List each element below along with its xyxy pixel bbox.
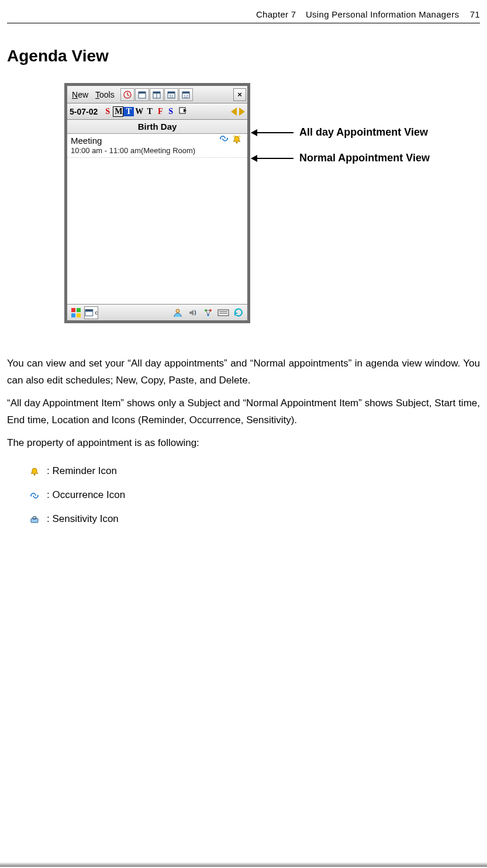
weekday-sat[interactable]: S [165, 107, 176, 116]
paragraph-2: “All day Appointment Item” shows only a … [7, 395, 480, 429]
weekday-fri[interactable]: F [155, 107, 165, 116]
svg-point-20 [176, 309, 179, 313]
person-icon[interactable] [171, 306, 185, 319]
callout-normal-label: Normal Appointment View [299, 152, 430, 164]
chapter-label: Chapter 7 [256, 9, 296, 19]
svg-point-13 [236, 142, 238, 144]
chapter-title: Using Personal Information Managers [306, 9, 459, 19]
icon-legend: : Reminder Icon : Occurrence Icon : Sens… [28, 463, 480, 528]
svg-rect-24 [218, 310, 229, 316]
svg-rect-19 [85, 309, 93, 312]
legend-reminder-text: : Reminder Icon [47, 463, 117, 480]
svg-rect-14 [71, 308, 75, 312]
device-frame: New Tools 31 12 [64, 83, 250, 323]
normal-appointment[interactable]: Meeting 10:00 am - 11:00 am(Meeting Room… [67, 134, 247, 158]
legend-sensitivity-text: : Sensitivity Icon [47, 511, 119, 528]
reminder-icon [232, 135, 241, 146]
weekday-sun[interactable]: S [102, 107, 113, 116]
svg-rect-10 [182, 92, 189, 94]
section-heading: Agenda View [7, 47, 487, 65]
goto-button[interactable] [178, 106, 188, 117]
legend-occurrence-text: : Occurrence Icon [47, 487, 125, 504]
menu-tools[interactable]: Tools [92, 89, 118, 101]
svg-rect-4 [153, 92, 160, 94]
agenda-empty-area [67, 158, 247, 304]
paragraph-1: You can view and set your “All day appoi… [7, 355, 480, 389]
svg-rect-29 [33, 517, 36, 519]
callout-allday: All day Appointment View [251, 126, 428, 139]
svg-rect-17 [77, 313, 81, 317]
network-icon[interactable] [201, 306, 215, 319]
svg-text:12: 12 [184, 94, 188, 98]
date-bar: 5-07-02 S M T W T F S [67, 103, 247, 120]
paragraph-3: The property of appointment is as follow… [7, 435, 480, 452]
weekday-tue-selected[interactable]: T [123, 107, 134, 116]
sensitivity-icon [28, 516, 41, 523]
svg-rect-2 [139, 92, 146, 94]
legend-reminder: : Reminder Icon [28, 463, 480, 480]
arrow-icon [251, 158, 293, 159]
allday-appointment[interactable]: Birth Day [67, 120, 247, 134]
menu-new[interactable]: New [68, 89, 92, 101]
callout-allday-label: All day Appointment View [299, 126, 428, 139]
start-icon[interactable] [69, 306, 83, 319]
occurrence-icon [219, 135, 229, 146]
sound-icon[interactable] [186, 306, 200, 319]
footer-gradient [0, 862, 487, 867]
occurrence-icon [28, 492, 41, 499]
page-header: Chapter 7 Using Personal Information Man… [7, 6, 480, 23]
toolbar-cal-day-icon[interactable] [135, 88, 149, 101]
svg-text:31: 31 [169, 94, 174, 98]
toolbar-cal-12-icon[interactable]: 12 [179, 88, 193, 101]
svg-point-27 [34, 473, 36, 475]
callout-normal: Normal Appointment View [251, 152, 430, 164]
keyboard-icon[interactable] [216, 306, 230, 319]
weekday-thu[interactable]: T [144, 107, 155, 116]
toolbar-clock-icon[interactable] [120, 88, 134, 101]
calendar-app-icon[interactable]: c [84, 306, 98, 319]
toolbar-cal-31-icon[interactable]: 31 [164, 88, 178, 101]
appointment-title: Meeting [71, 136, 219, 146]
description-text: You can view and set your “All day appoi… [7, 355, 480, 528]
refresh-icon[interactable] [232, 306, 246, 319]
weekday-wed[interactable]: W [134, 107, 144, 116]
legend-sensitivity: : Sensitivity Icon [28, 511, 480, 528]
bottom-toolbar: c [67, 304, 247, 320]
legend-occurrence: : Occurrence Icon [28, 487, 480, 504]
svg-rect-7 [168, 92, 175, 94]
weekday-mon[interactable]: M [113, 106, 123, 117]
current-date: 5-07-02 [70, 107, 98, 116]
svg-rect-16 [71, 313, 75, 317]
prev-arrow-icon[interactable] [231, 108, 237, 116]
next-arrow-icon[interactable] [239, 108, 245, 116]
page-number: 71 [470, 9, 480, 19]
screenshot-figure: New Tools 31 12 [64, 83, 474, 323]
toolbar-cal-week-icon[interactable] [150, 88, 164, 101]
arrow-icon [251, 132, 293, 133]
close-button[interactable]: × [233, 88, 246, 101]
reminder-icon [28, 467, 41, 476]
svg-rect-15 [77, 308, 81, 312]
appointment-time: 10:00 am - 11:00 am(Meeting Room) [71, 146, 244, 155]
menu-bar: New Tools 31 12 [67, 86, 247, 103]
